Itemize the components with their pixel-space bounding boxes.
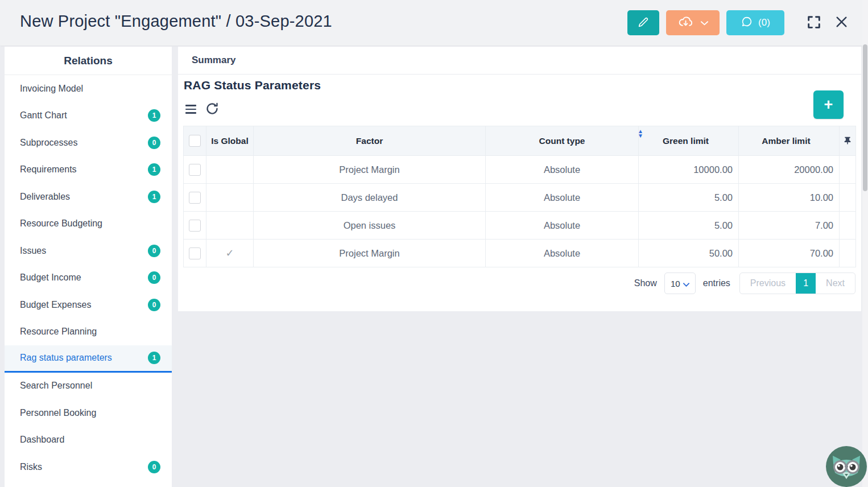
count-type-cell: Absolute	[486, 184, 639, 212]
green-limit-cell: 5.00	[639, 184, 739, 212]
sidebar-item-resource-planning[interactable]: Resource Planning	[5, 319, 172, 346]
count-type-cell: Absolute	[486, 240, 639, 267]
sidebar-item-personnel-booking[interactable]: Personnel Booking	[5, 399, 172, 427]
header-green-limit[interactable]: Green limit	[639, 126, 739, 156]
rag-parameters-table: Is Global Factor Count type ▲▼ Green lim…	[183, 126, 856, 267]
sidebar-item-dashboard[interactable]: Dashboard	[5, 427, 172, 454]
sidebar-item-issues[interactable]: Issues0	[5, 237, 172, 265]
row-checkbox[interactable]	[189, 164, 201, 176]
header-actions: (0)	[627, 10, 849, 35]
amber-limit-cell: 20000.00	[739, 156, 840, 184]
sidebar-item-label: Invoicing Model	[20, 84, 83, 94]
sidebar-item-rag-status-parameters[interactable]: Rag status parameters1	[5, 345, 172, 373]
sidebar-item-deliverables[interactable]: Deliverables1	[5, 183, 172, 211]
section-title: RAG Status Parameters	[184, 79, 321, 92]
fullscreen-button[interactable]	[806, 14, 822, 32]
count-badge: 0	[148, 461, 160, 473]
edit-button[interactable]	[627, 10, 659, 35]
sidebar-item-label: Subprocesses	[20, 138, 77, 148]
chevron-down-icon	[701, 19, 708, 27]
table-row: Days delayedAbsolute5.0010.00	[184, 184, 856, 212]
header-pin[interactable]	[840, 126, 856, 156]
sidebar-item-risks[interactable]: Risks0	[5, 453, 172, 481]
sidebar-item-label: Issues	[20, 246, 46, 256]
sidebar-item-gantt-chart[interactable]: Gantt Chart1	[5, 102, 172, 130]
count-type-cell: Absolute	[486, 212, 639, 240]
count-badge: 1	[148, 352, 160, 364]
header-is-global[interactable]: Is Global	[206, 126, 254, 156]
count-badge: 1	[148, 191, 160, 203]
pencil-icon	[637, 16, 650, 30]
select-all-checkbox[interactable]	[189, 135, 201, 147]
plus-icon: +	[824, 96, 833, 113]
sidebar-item-label: Resource Budgeting	[20, 218, 102, 229]
sidebar-item-budget-expenses[interactable]: Budget Expenses0	[5, 291, 172, 319]
close-icon	[834, 15, 849, 31]
header-count-type[interactable]: Count type ▲▼	[486, 126, 639, 156]
sidebar-item-budget-income[interactable]: Budget Income0	[5, 265, 172, 292]
add-parameter-button[interactable]: +	[813, 90, 844, 119]
chevron-down-icon	[683, 279, 689, 288]
is-global-cell	[206, 156, 254, 184]
header-select-all[interactable]	[184, 126, 206, 156]
sidebar-item-label: Deliverables	[20, 192, 70, 202]
main-panel: Summary RAG Status Parameters + Is Globa…	[178, 47, 861, 311]
close-button[interactable]	[834, 15, 849, 31]
table-row: Project MarginAbsolute10000.0020000.00	[184, 156, 856, 184]
hamburger-icon[interactable]	[185, 105, 196, 116]
sidebar-item-label: Rag status parameters	[20, 353, 112, 363]
table-footer: Show 10 entries Previous 1 Next	[634, 272, 855, 295]
sidebar-item-search-personnel[interactable]: Search Personnel	[5, 373, 172, 400]
row-checkbox[interactable]	[189, 192, 201, 204]
pin-icon	[843, 137, 852, 146]
factor-cell: Days delayed	[254, 184, 486, 212]
relations-sidebar: Relations Invoicing ModelGantt Chart1Sub…	[5, 47, 172, 487]
comments-button[interactable]: (0)	[726, 10, 784, 35]
count-badge: 0	[148, 271, 160, 284]
count-badge: 0	[148, 245, 160, 257]
fullscreen-icon	[806, 14, 822, 32]
factor-cell: Open issues	[254, 212, 486, 240]
sidebar-item-subprocesses[interactable]: Subprocesses0	[5, 129, 172, 156]
sidebar-item-label: Budget Expenses	[20, 300, 91, 310]
export-dropdown-button[interactable]	[666, 10, 720, 35]
row-checkbox[interactable]	[189, 220, 201, 232]
current-page-button[interactable]: 1	[796, 273, 816, 294]
green-limit-cell: 10000.00	[639, 156, 739, 184]
sidebar-item-requirements[interactable]: Requirements1	[5, 156, 172, 184]
count-badge: 0	[148, 299, 160, 311]
checkmark-icon: ✓	[225, 247, 234, 259]
owl-mascot-icon[interactable]	[826, 446, 867, 487]
tab-summary[interactable]: Summary	[184, 55, 243, 66]
page-size-select[interactable]: 10	[664, 273, 696, 294]
factor-cell: Project Margin	[254, 240, 486, 267]
refresh-icon[interactable]	[205, 102, 219, 118]
sidebar-item-invoicing-model[interactable]: Invoicing Model	[5, 75, 172, 102]
next-page-button[interactable]: Next	[816, 273, 855, 294]
sidebar-item-label: Search Personnel	[20, 381, 92, 391]
sidebar-item-label: Risks	[20, 462, 42, 472]
tab-bar: Summary	[178, 47, 861, 75]
green-limit-cell: 5.00	[639, 212, 739, 240]
table-row: ✓Project MarginAbsolute50.0070.00	[184, 240, 856, 267]
entries-label: entries	[703, 278, 730, 288]
table-header-row: Is Global Factor Count type ▲▼ Green lim…	[184, 126, 856, 156]
sidebar-item-label: Gantt Chart	[20, 110, 67, 121]
scrollbar-thumb[interactable]	[863, 44, 867, 191]
sort-arrows-icon[interactable]: ▲▼	[638, 129, 643, 138]
factor-cell: Project Margin	[254, 156, 486, 184]
header-amber-limit[interactable]: Amber limit	[739, 126, 840, 156]
sidebar-item-resource-budgeting[interactable]: Resource Budgeting	[5, 211, 172, 238]
header-factor[interactable]: Factor	[254, 126, 486, 156]
is-global-cell	[206, 212, 254, 240]
window-header: New Project "Engagement" / 03-Sep-2021 (…	[0, 0, 868, 46]
pagination: Previous 1 Next	[739, 273, 855, 294]
amber-limit-cell: 10.00	[739, 184, 840, 212]
count-type-cell: Absolute	[486, 156, 639, 184]
page-title: New Project "Engagement" / 03-Sep-2021	[20, 12, 332, 31]
row-checkbox[interactable]	[189, 247, 201, 259]
is-global-cell: ✓	[206, 240, 254, 267]
pin-cell	[840, 184, 856, 212]
pin-cell	[840, 240, 856, 267]
previous-page-button[interactable]: Previous	[740, 273, 796, 294]
